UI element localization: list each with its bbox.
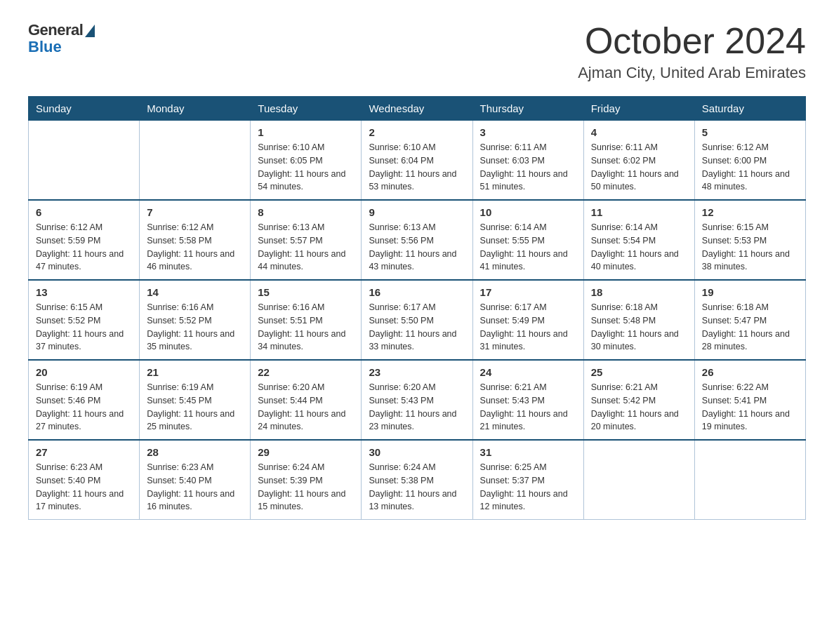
day-number: 17 bbox=[480, 286, 576, 298]
day-number: 28 bbox=[147, 446, 243, 458]
day-number: 21 bbox=[147, 366, 243, 378]
calendar-cell: 27Sunrise: 6:23 AMSunset: 5:40 PMDayligh… bbox=[29, 440, 140, 520]
day-number: 10 bbox=[480, 206, 576, 218]
calendar-header-row: SundayMondayTuesdayWednesdayThursdayFrid… bbox=[29, 97, 806, 121]
day-info: Sunrise: 6:13 AMSunset: 5:57 PMDaylight:… bbox=[258, 221, 354, 274]
day-info: Sunrise: 6:12 AMSunset: 5:59 PMDaylight:… bbox=[36, 221, 132, 274]
day-number: 14 bbox=[147, 286, 243, 298]
day-number: 27 bbox=[36, 446, 132, 458]
day-number: 12 bbox=[702, 206, 798, 218]
day-number: 16 bbox=[369, 286, 465, 298]
calendar-day-header: Monday bbox=[140, 97, 251, 121]
day-info: Sunrise: 6:14 AMSunset: 5:54 PMDaylight:… bbox=[591, 221, 687, 274]
calendar-cell: 31Sunrise: 6:25 AMSunset: 5:37 PMDayligh… bbox=[472, 440, 583, 520]
day-info: Sunrise: 6:11 AMSunset: 6:02 PMDaylight:… bbox=[591, 141, 687, 194]
calendar-cell: 11Sunrise: 6:14 AMSunset: 5:54 PMDayligh… bbox=[583, 200, 694, 280]
day-info: Sunrise: 6:20 AMSunset: 5:44 PMDaylight:… bbox=[258, 381, 354, 434]
calendar-cell: 6Sunrise: 6:12 AMSunset: 5:59 PMDaylight… bbox=[29, 200, 140, 280]
logo-arrow-icon bbox=[85, 25, 95, 37]
calendar-cell: 26Sunrise: 6:22 AMSunset: 5:41 PMDayligh… bbox=[694, 360, 805, 440]
day-number: 23 bbox=[369, 366, 465, 378]
day-number: 3 bbox=[480, 126, 576, 138]
calendar-week-row: 1Sunrise: 6:10 AMSunset: 6:05 PMDaylight… bbox=[29, 121, 806, 201]
calendar-cell bbox=[29, 121, 140, 201]
day-info: Sunrise: 6:21 AMSunset: 5:43 PMDaylight:… bbox=[480, 381, 576, 434]
subtitle: Ajman City, United Arab Emirates bbox=[578, 64, 806, 82]
calendar-cell: 16Sunrise: 6:17 AMSunset: 5:50 PMDayligh… bbox=[362, 280, 472, 360]
day-number: 9 bbox=[369, 206, 465, 218]
calendar-cell: 3Sunrise: 6:11 AMSunset: 6:03 PMDaylight… bbox=[472, 121, 583, 201]
day-number: 29 bbox=[258, 446, 354, 458]
day-number: 25 bbox=[591, 366, 687, 378]
day-number: 18 bbox=[591, 286, 687, 298]
calendar-cell: 13Sunrise: 6:15 AMSunset: 5:52 PMDayligh… bbox=[29, 280, 140, 360]
day-info: Sunrise: 6:24 AMSunset: 5:39 PMDaylight:… bbox=[258, 461, 354, 514]
day-number: 11 bbox=[591, 206, 687, 218]
calendar-week-row: 13Sunrise: 6:15 AMSunset: 5:52 PMDayligh… bbox=[29, 280, 806, 360]
calendar-cell: 14Sunrise: 6:16 AMSunset: 5:52 PMDayligh… bbox=[140, 280, 251, 360]
day-number: 7 bbox=[147, 206, 243, 218]
day-info: Sunrise: 6:21 AMSunset: 5:42 PMDaylight:… bbox=[591, 381, 687, 434]
day-number: 22 bbox=[258, 366, 354, 378]
day-info: Sunrise: 6:17 AMSunset: 5:50 PMDaylight:… bbox=[369, 301, 465, 354]
calendar-cell: 21Sunrise: 6:19 AMSunset: 5:45 PMDayligh… bbox=[140, 360, 251, 440]
day-info: Sunrise: 6:22 AMSunset: 5:41 PMDaylight:… bbox=[702, 381, 798, 434]
day-info: Sunrise: 6:19 AMSunset: 5:45 PMDaylight:… bbox=[147, 381, 243, 434]
calendar-day-header: Thursday bbox=[472, 97, 583, 121]
calendar-cell: 9Sunrise: 6:13 AMSunset: 5:56 PMDaylight… bbox=[362, 200, 472, 280]
day-info: Sunrise: 6:11 AMSunset: 6:03 PMDaylight:… bbox=[480, 141, 576, 194]
calendar-day-header: Tuesday bbox=[251, 97, 362, 121]
calendar-cell: 23Sunrise: 6:20 AMSunset: 5:43 PMDayligh… bbox=[362, 360, 472, 440]
day-info: Sunrise: 6:10 AMSunset: 6:04 PMDaylight:… bbox=[369, 141, 465, 194]
day-info: Sunrise: 6:15 AMSunset: 5:52 PMDaylight:… bbox=[36, 301, 132, 354]
calendar-day-header: Saturday bbox=[694, 97, 805, 121]
day-info: Sunrise: 6:23 AMSunset: 5:40 PMDaylight:… bbox=[36, 461, 132, 514]
calendar-cell: 10Sunrise: 6:14 AMSunset: 5:55 PMDayligh… bbox=[472, 200, 583, 280]
calendar-cell: 4Sunrise: 6:11 AMSunset: 6:02 PMDaylight… bbox=[583, 121, 694, 201]
day-number: 6 bbox=[36, 206, 132, 218]
day-number: 24 bbox=[480, 366, 576, 378]
calendar-week-row: 20Sunrise: 6:19 AMSunset: 5:46 PMDayligh… bbox=[29, 360, 806, 440]
calendar-cell bbox=[140, 121, 251, 201]
calendar-cell: 18Sunrise: 6:18 AMSunset: 5:48 PMDayligh… bbox=[583, 280, 694, 360]
calendar-week-row: 27Sunrise: 6:23 AMSunset: 5:40 PMDayligh… bbox=[29, 440, 806, 520]
day-info: Sunrise: 6:18 AMSunset: 5:47 PMDaylight:… bbox=[702, 301, 798, 354]
calendar-day-header: Friday bbox=[583, 97, 694, 121]
day-info: Sunrise: 6:15 AMSunset: 5:53 PMDaylight:… bbox=[702, 221, 798, 274]
day-info: Sunrise: 6:10 AMSunset: 6:05 PMDaylight:… bbox=[258, 141, 354, 194]
day-info: Sunrise: 6:14 AMSunset: 5:55 PMDaylight:… bbox=[480, 221, 576, 274]
day-number: 8 bbox=[258, 206, 354, 218]
day-info: Sunrise: 6:24 AMSunset: 5:38 PMDaylight:… bbox=[369, 461, 465, 514]
logo-general-text: General bbox=[28, 21, 83, 39]
day-info: Sunrise: 6:25 AMSunset: 5:37 PMDaylight:… bbox=[480, 461, 576, 514]
calendar-cell: 8Sunrise: 6:13 AMSunset: 5:57 PMDaylight… bbox=[251, 200, 362, 280]
calendar-cell: 24Sunrise: 6:21 AMSunset: 5:43 PMDayligh… bbox=[472, 360, 583, 440]
day-info: Sunrise: 6:16 AMSunset: 5:51 PMDaylight:… bbox=[258, 301, 354, 354]
logo: General Blue bbox=[28, 21, 95, 55]
logo-blue-text: Blue bbox=[28, 38, 62, 55]
day-number: 19 bbox=[702, 286, 798, 298]
day-number: 4 bbox=[591, 126, 687, 138]
calendar-cell: 15Sunrise: 6:16 AMSunset: 5:51 PMDayligh… bbox=[251, 280, 362, 360]
day-info: Sunrise: 6:12 AMSunset: 5:58 PMDaylight:… bbox=[147, 221, 243, 274]
day-info: Sunrise: 6:17 AMSunset: 5:49 PMDaylight:… bbox=[480, 301, 576, 354]
calendar-cell: 12Sunrise: 6:15 AMSunset: 5:53 PMDayligh… bbox=[694, 200, 805, 280]
calendar-cell: 30Sunrise: 6:24 AMSunset: 5:38 PMDayligh… bbox=[362, 440, 472, 520]
day-number: 26 bbox=[702, 366, 798, 378]
calendar-cell: 29Sunrise: 6:24 AMSunset: 5:39 PMDayligh… bbox=[251, 440, 362, 520]
day-number: 1 bbox=[258, 126, 354, 138]
calendar-cell: 17Sunrise: 6:17 AMSunset: 5:49 PMDayligh… bbox=[472, 280, 583, 360]
day-info: Sunrise: 6:19 AMSunset: 5:46 PMDaylight:… bbox=[36, 381, 132, 434]
day-info: Sunrise: 6:13 AMSunset: 5:56 PMDaylight:… bbox=[369, 221, 465, 274]
calendar-cell: 22Sunrise: 6:20 AMSunset: 5:44 PMDayligh… bbox=[251, 360, 362, 440]
title-block: October 2024 Ajman City, United Arab Emi… bbox=[578, 21, 806, 82]
day-number: 15 bbox=[258, 286, 354, 298]
day-info: Sunrise: 6:23 AMSunset: 5:40 PMDaylight:… bbox=[147, 461, 243, 514]
day-number: 30 bbox=[369, 446, 465, 458]
page-header: General Blue October 2024 Ajman City, Un… bbox=[28, 21, 806, 82]
day-number: 2 bbox=[369, 126, 465, 138]
day-number: 5 bbox=[702, 126, 798, 138]
calendar-cell: 1Sunrise: 6:10 AMSunset: 6:05 PMDaylight… bbox=[251, 121, 362, 201]
calendar-cell: 7Sunrise: 6:12 AMSunset: 5:58 PMDaylight… bbox=[140, 200, 251, 280]
calendar-cell: 5Sunrise: 6:12 AMSunset: 6:00 PMDaylight… bbox=[694, 121, 805, 201]
